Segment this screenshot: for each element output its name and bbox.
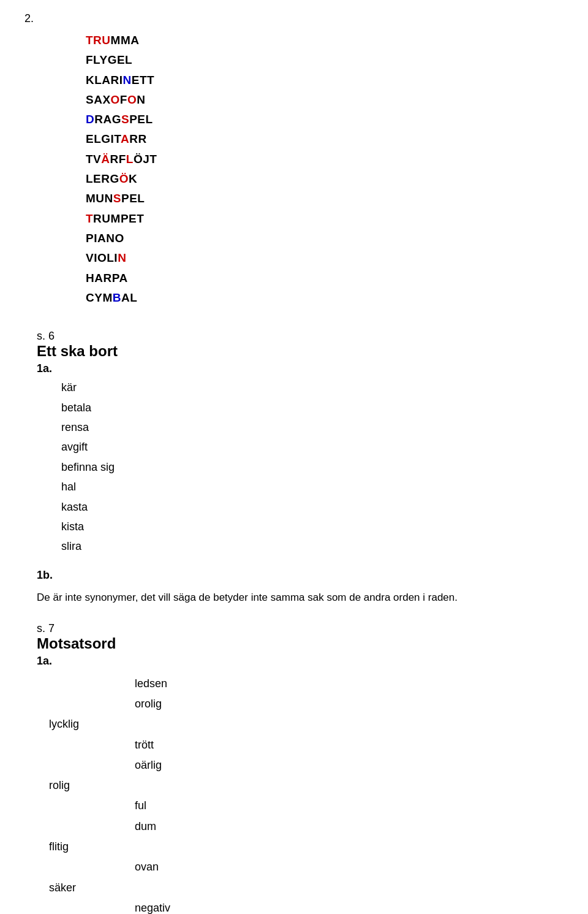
section6-note: De är inte synonymer, det vill säga de b… [37, 592, 551, 604]
instrument-klarinett: KLARINETT [86, 70, 551, 90]
list-item: kasta [61, 497, 551, 517]
section7-sub1: 1a. [37, 655, 551, 668]
mt-right-cell: ovan [135, 857, 159, 877]
instrument-saxofon: SAXOFON [86, 90, 551, 110]
mt-right-cell: trött oärlig [135, 735, 162, 776]
instrument-trumpet: TRUMPET [86, 209, 551, 229]
instrument-violin: VIOLIN [86, 248, 551, 268]
list-item: hal [61, 477, 551, 497]
page: 2. TRUMMA FLYGEL KLARINETT SAXOFON DRAGS… [0, 0, 588, 914]
instrument-lergok: LERGÖK [86, 169, 551, 189]
mt-right-cell: negativ [135, 898, 170, 914]
instrument-elgitarr: ELGITARR [86, 129, 551, 149]
instrument-cymbal: CYMBAL [86, 288, 551, 308]
list-item: rensa [61, 417, 551, 437]
instrument-trumma: TRUMMA [86, 31, 551, 50]
instrument-list: TRUMMA FLYGEL KLARINETT SAXOFON DRAGSPEL… [86, 31, 551, 308]
list-item: kista [61, 517, 551, 536]
section6-word-list: kär betala rensa avgift befinna sig hal … [61, 378, 551, 557]
section6-heading: s. 6 Ett ska bort [37, 330, 551, 360]
section7: s. 7 Motsatsord 1a. ledsen orolig lyckli… [37, 622, 551, 914]
list-item: befinna sig [61, 457, 551, 477]
motsatsord-table: ledsen orolig lycklig trött oärlig rolig [49, 674, 551, 914]
instrument-tvarflojt: TVÄRFLÖJT [86, 150, 551, 169]
table-row: trött oärlig [49, 735, 551, 776]
instrument-harpa: HARPA [86, 268, 551, 288]
table-row: flitig [49, 837, 551, 857]
instrument-piano: PIANO [86, 229, 551, 248]
list-item: betala [61, 398, 551, 417]
page-number: 2. [24, 12, 34, 25]
table-row: negativ [49, 898, 551, 914]
table-row: ovan [49, 857, 551, 877]
instrument-dragspel: DRAGSPEL [86, 110, 551, 129]
section7-ref: s. 7 [37, 622, 55, 634]
list-item: avgift [61, 437, 551, 457]
mt-left-cell: flitig [49, 837, 135, 857]
mt-left-cell: lycklig [49, 714, 135, 734]
list-item: slira [61, 536, 551, 556]
section7-heading: s. 7 Motsatsord [37, 622, 551, 652]
table-row: lycklig [49, 714, 551, 734]
section7-title: Motsatsord [37, 635, 116, 652]
mt-left-cell: rolig [49, 775, 135, 796]
mt-right-cell: ledsen orolig [135, 674, 167, 715]
table-row: rolig [49, 775, 551, 796]
section6-ref: s. 6 [37, 330, 55, 342]
instrument-flygel: FLYGEL [86, 50, 551, 70]
section6-sub1b: 1b. [37, 569, 551, 582]
instrument-munspel: MUNSPEL [86, 189, 551, 208]
table-row: säker [49, 878, 551, 898]
table-row: ful dum [49, 796, 551, 837]
section6-sub1: 1a. [37, 362, 551, 375]
section6-title: Ett ska bort [37, 343, 118, 359]
mt-right-cell: ful dum [135, 796, 156, 837]
list-item: kär [61, 378, 551, 397]
mt-left-cell: säker [49, 878, 135, 898]
table-row: ledsen orolig [49, 674, 551, 715]
